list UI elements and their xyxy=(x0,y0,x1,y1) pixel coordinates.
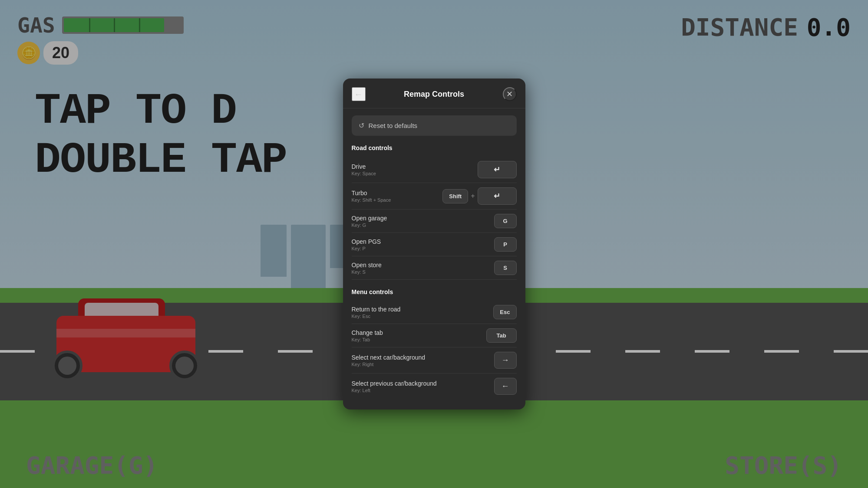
control-info-garage: Open garage Key: G xyxy=(352,215,387,228)
close-button[interactable]: ✕ xyxy=(503,87,517,101)
control-name-pgs: Open PGS xyxy=(352,238,381,245)
control-key-pgs: Key: P xyxy=(352,246,381,251)
control-info-next: Select next car/background Key: Right xyxy=(352,354,426,367)
reset-icon: ↺ xyxy=(359,121,364,130)
key-icon-garage: G xyxy=(503,218,507,224)
back-button[interactable]: ← xyxy=(352,87,366,101)
control-name-store: Open store xyxy=(352,262,382,269)
control-row-garage: Open garage Key: G G xyxy=(352,210,517,233)
control-info-drive: Drive Key: Space xyxy=(352,163,376,176)
road-controls-title: Road controls xyxy=(352,144,517,151)
control-name-turbo: Turbo xyxy=(352,190,391,197)
key-binding-next[interactable]: → xyxy=(494,352,517,369)
control-row-next: Select next car/background Key: Right → xyxy=(352,347,517,373)
turbo-modifier-label: Shift xyxy=(449,193,462,200)
control-key-drive: Key: Space xyxy=(352,171,376,176)
modal-overlay: ← Remap Controls ✕ ↺ Reset to defaults R… xyxy=(0,0,868,488)
control-row-pgs: Open PGS Key: P P xyxy=(352,233,517,256)
key-binding-prev[interactable]: ← xyxy=(494,378,517,395)
key-binding-turbo-modifier[interactable]: Shift xyxy=(442,189,468,203)
control-name-drive: Drive xyxy=(352,163,376,170)
turbo-key-combo: Shift + ↵ xyxy=(442,187,516,205)
key-icon-prev: ← xyxy=(502,382,509,391)
key-binding-drive[interactable]: ↵ xyxy=(478,161,517,178)
control-info-tab: Change tab Key: Tab xyxy=(352,329,383,342)
control-info-return: Return to the road Key: Esc xyxy=(352,306,401,319)
control-row-store: Open store Key: S S xyxy=(352,256,517,280)
control-key-tab: Key: Tab xyxy=(352,337,383,342)
control-name-return: Return to the road xyxy=(352,306,401,313)
control-key-prev: Key: Left xyxy=(352,388,437,393)
modal-header: ← Remap Controls ✕ xyxy=(343,79,525,108)
control-key-return: Key: Esc xyxy=(352,314,401,319)
control-info-pgs: Open PGS Key: P xyxy=(352,238,381,251)
key-icon-return: Esc xyxy=(500,309,510,315)
key-binding-pgs[interactable]: P xyxy=(494,237,517,252)
back-icon: ← xyxy=(354,89,363,99)
reset-label: Reset to defaults xyxy=(369,122,418,129)
control-row-drive: Drive Key: Space ↵ xyxy=(352,157,517,183)
control-name-next: Select next car/background xyxy=(352,354,426,361)
key-icon-tab: Tab xyxy=(496,332,506,339)
control-row-turbo: Turbo Key: Shift + Space Shift + ↵ xyxy=(352,183,517,210)
key-binding-turbo-key[interactable]: ↵ xyxy=(478,187,517,205)
close-icon: ✕ xyxy=(506,89,513,99)
control-info-turbo: Turbo Key: Shift + Space xyxy=(352,190,391,203)
key-icon-pgs: P xyxy=(503,241,507,248)
key-binding-store[interactable]: S xyxy=(494,261,517,275)
menu-controls-title: Menu controls xyxy=(352,288,517,295)
control-name-tab: Change tab xyxy=(352,329,383,336)
control-key-turbo: Key: Shift + Space xyxy=(352,197,391,203)
control-key-garage: Key: G xyxy=(352,223,387,228)
control-row-tab: Change tab Key: Tab Tab xyxy=(352,324,517,347)
control-key-next: Key: Right xyxy=(352,362,426,367)
control-info-prev: Select previous car/background Key: Left xyxy=(352,380,437,393)
reset-button[interactable]: ↺ Reset to defaults xyxy=(352,115,517,136)
modal-title: Remap Controls xyxy=(404,90,464,99)
key-binding-return[interactable]: Esc xyxy=(493,305,516,319)
key-binding-garage[interactable]: G xyxy=(494,214,517,228)
key-icon-drive: ↵ xyxy=(494,165,500,174)
key-icon-store: S xyxy=(503,265,507,271)
plus-sign: + xyxy=(471,192,475,200)
control-row-prev: Select previous car/background Key: Left… xyxy=(352,373,517,399)
control-key-store: Key: S xyxy=(352,269,382,275)
control-info-store: Open store Key: S xyxy=(352,262,382,275)
key-icon-next: → xyxy=(502,356,509,365)
control-row-return: Return to the road Key: Esc Esc xyxy=(352,301,517,324)
modal-body: ↺ Reset to defaults Road controls Drive … xyxy=(343,108,525,409)
remap-controls-modal: ← Remap Controls ✕ ↺ Reset to defaults R… xyxy=(343,79,525,409)
control-name-garage: Open garage xyxy=(352,215,387,222)
key-binding-tab[interactable]: Tab xyxy=(486,328,517,343)
control-name-prev: Select previous car/background xyxy=(352,380,437,387)
turbo-key-label: ↵ xyxy=(494,191,500,201)
